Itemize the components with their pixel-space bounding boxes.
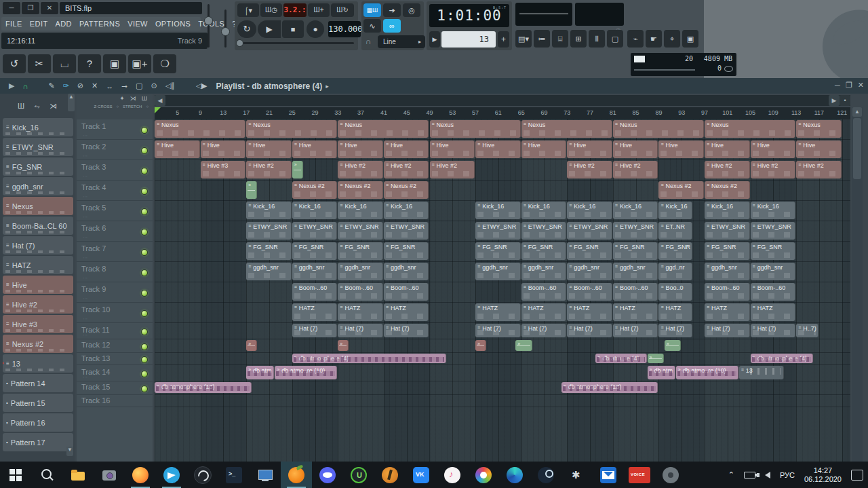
track-header[interactable]: Track 12 [77,339,153,353]
clip[interactable]: ≡ETWY_SNR [613,222,658,240]
clip[interactable]: ≡HATZ [475,303,521,321]
grid-track-row[interactable]: ≡Hat (7)≡Hat (7)≡Hat (7)≡Hat (7)≡Hat (7)… [155,323,850,339]
taskbar-mail[interactable] [593,462,624,488]
clip[interactable]: ≡Hat (7) [292,324,338,337]
clip[interactable]: »db atmosphere (4) [751,354,813,363]
clip[interactable]: ≡Hat (7) [567,324,612,337]
clip[interactable]: ≡Nexus [338,120,429,138]
track-led[interactable] [141,127,148,134]
clip[interactable]: » [246,340,257,351]
clip[interactable]: ≡Nexus #2 [338,181,383,199]
clip[interactable]: ≡Nexus [430,120,521,138]
grid-track-row[interactable]: ≡ggdh_snr≡ggdh_snr≡ggdh_snr≡ggdh_snr≡ggd… [155,262,850,282]
link-small-icon[interactable]: ⋊ [130,95,136,102]
clip[interactable]: ≡Boom-..60 [613,283,658,301]
clip[interactable]: ≡ggdh_snr [521,263,567,280]
pattern-item[interactable]: ≡Hive #3 [3,315,73,333]
clip[interactable]: ≡HATZ [292,303,338,321]
track-header[interactable]: Track 4⋯ [77,181,153,201]
undo-icon[interactable]: ↺ [3,54,26,73]
stretch-tool-icon[interactable]: ↔ [102,82,117,90]
track-header[interactable]: Track 5⋯ [77,201,153,221]
clip[interactable]: ≡Nexus #2 [658,181,704,199]
clip[interactable]: » [338,340,349,351]
browser-toggle[interactable]: ⊞ [570,30,587,48]
taskbar-steam[interactable] [530,462,561,488]
pattern-item[interactable]: •Pattern 14 [3,374,73,392]
clip[interactable]: ≡Hive [658,140,704,158]
clip[interactable]: ≡Hat (7) [521,324,567,337]
clip[interactable]: ≡FG_SNR [658,242,692,260]
track-header[interactable]: Track 11⋯ [77,323,153,339]
clip[interactable]: »db atmo..re (10) [676,366,738,379]
clip[interactable]: »db atmosphere (4) [292,354,446,363]
link-icon[interactable]: ∞ [383,19,401,33]
shuffle-knob[interactable] [236,39,243,47]
touch-toggle[interactable]: ☛ [646,30,662,48]
clip[interactable]: ≡Hat (7) [338,324,383,337]
grid-track-row[interactable]: ≡Kick_16≡Kick_16≡Kick_16≡Kick_16≡Kick_16… [155,201,850,221]
piano-small-icon[interactable]: Ш [142,95,147,102]
track-header[interactable]: Track 1⋯ [77,119,153,140]
taskbar-utorrent[interactable] [343,462,374,488]
menu-item-patterns[interactable]: PATTERNS [79,20,120,28]
taskbar-search[interactable] [31,462,62,488]
clip[interactable]: ≡FG_SNR [567,242,612,260]
clip[interactable]: ≡Hive #2 [796,161,842,179]
time-lcd[interactable]: B:S:T 1:01:00 [429,4,509,27]
clip[interactable]: ≡ETWY_SNR [521,222,567,240]
pattern-item[interactable]: ≡ETWY_SNR [3,138,73,156]
clip[interactable]: ≡FG_SNR [384,242,429,260]
clip[interactable]: ≡Boo..0 [658,283,692,301]
help-icon[interactable]: ? [78,54,101,73]
clip[interactable]: ≡ETWY_SNR [475,222,521,240]
clip[interactable]: ≡Nexus [613,120,704,138]
track-led[interactable] [141,168,148,174]
loop-record-lcd[interactable]: 3.2.: [283,3,307,17]
snap-magnet-icon[interactable]: ∩ [366,37,372,46]
clip[interactable]: ≡Nexus [521,120,612,138]
clip[interactable]: ≡ETWY_SNR [338,222,383,240]
grid-track-row[interactable]: »db atmosphere (4)»db atm..re (4)»»db at… [155,353,850,365]
clip[interactable]: ≡H..7) [796,324,818,337]
plugin-database-toggle[interactable]: ⌁ [627,30,644,48]
clip[interactable]: ≡Boom-..60 [521,283,567,301]
volume-icon[interactable] [760,472,775,478]
clip[interactable]: ≡Hive #2 [705,161,750,179]
track-led[interactable] [141,269,148,276]
clip[interactable]: ≡FG_SNR [751,242,796,260]
track-header[interactable]: Track 9⋯ [77,282,153,303]
save-plus-icon[interactable]: ▣+ [128,54,151,73]
pattern-item[interactable]: ≡ggdh_snr [3,177,73,195]
clip[interactable]: ≡ggdh_snr [567,263,612,280]
taskbar-telegram[interactable] [156,462,187,488]
clip[interactable]: ≡ggdh_snr [751,263,796,280]
smooth-icon[interactable]: ∿ [363,19,381,33]
clip[interactable]: ≡HATZ [658,303,692,321]
clip[interactable]: ≡HATZ [705,303,750,321]
clip[interactable]: ≡Hive #3 [201,161,246,179]
clip[interactable]: ≡Hive [384,140,429,158]
slip-tool-icon[interactable]: ⭢ [118,81,131,90]
clip[interactable]: » [292,161,303,179]
clip[interactable]: ≡ggdh_snr [246,263,292,280]
clip[interactable]: ≡Hive #2 [567,161,612,179]
pattern-item[interactable]: ≡Nexus [3,197,73,215]
track-led[interactable] [141,343,148,350]
clip[interactable]: ≡Nexus [155,120,245,138]
taskbar-photos[interactable] [468,462,499,488]
clip[interactable]: ≡Kick_16 [658,202,692,219]
timeline-ruler[interactable]: 5913172125293337414549535761656973778185… [155,107,850,119]
clip[interactable]: ≡Nexus #2 [384,181,429,199]
clip[interactable]: ≡Hat (7) [613,324,658,337]
clip[interactable]: ≡Hat (7) [751,324,796,337]
scroll-dot-button[interactable]: • [840,95,850,106]
track-led[interactable] [141,249,148,256]
taskbar-music[interactable] [437,462,468,488]
track-header[interactable]: Track 8⋯ [77,262,153,282]
grid-track-row[interactable]: ≡HATZ≡HATZ≡HATZ≡HATZ≡HATZ≡HATZ≡HATZ≡HATZ… [155,303,850,323]
clip[interactable]: ≡HATZ [613,303,658,321]
scroll-up-button[interactable]: ▲ [852,107,862,117]
clip[interactable]: ≡Hat (7) [384,324,429,337]
clip[interactable]: ≡ggdh_snr [475,263,521,280]
